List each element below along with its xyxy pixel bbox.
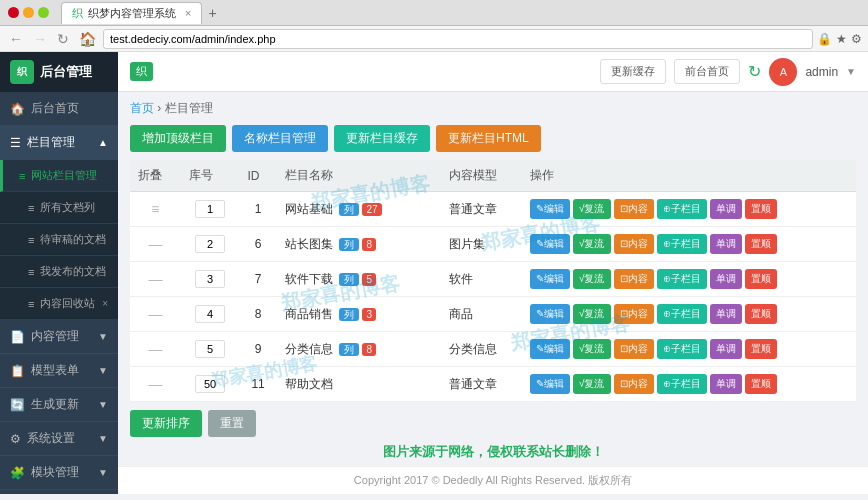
edit-btn[interactable]: ✎编辑 <box>530 199 570 219</box>
sidebar-item-website-columns[interactable]: ≡ 网站栏目管理 <box>0 160 118 192</box>
row-model: 软件 <box>441 262 522 297</box>
drag-handle[interactable]: — <box>130 332 181 367</box>
copy-btn[interactable]: √复流 <box>573 339 611 359</box>
sidebar-item-model[interactable]: 📋 模型表单 ▼ <box>0 354 118 388</box>
update-sort-btn[interactable]: 更新排序 <box>130 410 202 437</box>
solo-btn[interactable]: 单调 <box>710 304 742 324</box>
manage-category-btn[interactable]: 名称栏目管理 <box>232 125 328 152</box>
row-model: 图片集 <box>441 227 522 262</box>
delete-btn[interactable]: 置顺 <box>745 199 777 219</box>
list-icon: ≡ <box>28 234 34 246</box>
order-input[interactable] <box>195 340 225 358</box>
browser-icon-2: ★ <box>836 32 847 46</box>
delete-btn[interactable]: 置顺 <box>745 339 777 359</box>
reset-btn[interactable]: 重置 <box>208 410 256 437</box>
new-tab-btn[interactable]: + <box>208 5 216 21</box>
sub-column-btn[interactable]: ⊕子栏目 <box>657 269 707 289</box>
edit-btn[interactable]: ✎编辑 <box>530 339 570 359</box>
content-btn[interactable]: ⊡内容 <box>614 339 654 359</box>
back-btn[interactable]: ← <box>6 31 26 47</box>
delete-btn[interactable]: 置顺 <box>745 269 777 289</box>
address-bar[interactable] <box>103 29 813 49</box>
sidebar-item-columns[interactable]: ☰ 栏目管理 ▲ <box>0 126 118 160</box>
copy-btn[interactable]: √复流 <box>573 234 611 254</box>
row-name: 商品销售 列 3 <box>277 297 421 332</box>
copy-btn[interactable]: √复流 <box>573 304 611 324</box>
top-bar-left: 织 <box>130 62 153 81</box>
delete-btn[interactable]: 置顺 <box>745 374 777 394</box>
dropdown-icon[interactable]: ▼ <box>846 66 856 77</box>
sidebar-logo: 织 后台管理 <box>0 52 118 92</box>
sub-column-btn[interactable]: ⊕子栏目 <box>657 199 707 219</box>
sub-column-btn[interactable]: ⊕子栏目 <box>657 339 707 359</box>
edit-btn[interactable]: ✎编辑 <box>530 304 570 324</box>
home-browser-btn[interactable]: 🏠 <box>76 31 99 47</box>
drag-handle[interactable]: — <box>130 297 181 332</box>
sidebar-item-label: 我发布的文档 <box>40 264 106 279</box>
order-input[interactable] <box>195 305 225 323</box>
add-top-category-btn[interactable]: 增加顶级栏目 <box>130 125 226 152</box>
copy-btn[interactable]: √复流 <box>573 374 611 394</box>
refresh-icon[interactable]: ↻ <box>748 62 761 81</box>
frontend-home-btn[interactable]: 前台首页 <box>674 59 740 84</box>
row-order <box>181 297 240 332</box>
sidebar-item-plugins[interactable]: 🔌 辅助插件 ▼ <box>0 490 118 494</box>
order-input[interactable] <box>195 375 225 393</box>
sidebar-item-recycle[interactable]: ≡ 内容回收站 × <box>0 288 118 320</box>
copy-btn[interactable]: √复流 <box>573 269 611 289</box>
drag-handle[interactable]: — <box>130 227 181 262</box>
sidebar-item-modules[interactable]: 🧩 模块管理 ▼ <box>0 456 118 490</box>
edit-btn[interactable]: ✎编辑 <box>530 374 570 394</box>
sidebar-item-all-docs[interactable]: ≡ 所有文档列 <box>0 192 118 224</box>
close-icon[interactable]: × <box>102 298 108 309</box>
list-icon: ≡ <box>19 170 25 182</box>
content-btn[interactable]: ⊡内容 <box>614 234 654 254</box>
update-cache-btn[interactable]: 更新缓存 <box>600 59 666 84</box>
order-input[interactable] <box>195 270 225 288</box>
page-content: 首页 › 栏目管理 增加顶级栏目 名称栏目管理 更新栏目缓存 更新栏目HTML … <box>118 92 868 466</box>
tab-close[interactable]: × <box>185 7 191 19</box>
sidebar-item-label: 后台首页 <box>31 100 79 117</box>
sidebar-item-generate[interactable]: 🔄 生成更新 ▼ <box>0 388 118 422</box>
forward-btn[interactable]: → <box>30 31 50 47</box>
sub-column-btn[interactable]: ⊕子栏目 <box>657 374 707 394</box>
solo-btn[interactable]: 单调 <box>710 234 742 254</box>
columns-icon: ☰ <box>10 136 21 150</box>
edit-btn[interactable]: ✎编辑 <box>530 234 570 254</box>
sidebar-item-pending-docs[interactable]: ≡ 待审稿的文档 <box>0 224 118 256</box>
sidebar-item-my-docs[interactable]: ≡ 我发布的文档 <box>0 256 118 288</box>
content-btn[interactable]: ⊡内容 <box>614 269 654 289</box>
delete-btn[interactable]: 置顺 <box>745 304 777 324</box>
solo-btn[interactable]: 单调 <box>710 269 742 289</box>
solo-btn[interactable]: 单调 <box>710 339 742 359</box>
row-order <box>181 367 240 402</box>
solo-btn[interactable]: 单调 <box>710 199 742 219</box>
edit-btn[interactable]: ✎编辑 <box>530 269 570 289</box>
content-btn[interactable]: ⊡内容 <box>614 374 654 394</box>
reload-btn[interactable]: ↻ <box>54 31 72 47</box>
copy-btn[interactable]: √复流 <box>573 199 611 219</box>
drag-handle[interactable]: — <box>130 262 181 297</box>
sidebar-item-settings[interactable]: ⚙ 系统设置 ▼ <box>0 422 118 456</box>
sidebar-item-home[interactable]: 🏠 后台首页 <box>0 92 118 126</box>
sub-column-btn[interactable]: ⊕子栏目 <box>657 234 707 254</box>
arrow-icon: ▲ <box>98 137 108 148</box>
drag-handle[interactable]: ≡ <box>130 192 181 227</box>
sidebar-item-content[interactable]: 📄 内容管理 ▼ <box>0 320 118 354</box>
row-id: 7 <box>239 262 276 297</box>
sub-column-btn[interactable]: ⊕子栏目 <box>657 304 707 324</box>
order-input[interactable] <box>195 235 225 253</box>
update-cache-btn2[interactable]: 更新栏目缓存 <box>334 125 430 152</box>
content-btn[interactable]: ⊡内容 <box>614 199 654 219</box>
arrow-icon: ▼ <box>98 365 108 376</box>
update-html-btn[interactable]: 更新栏目HTML <box>436 125 541 152</box>
row-actions: ✎编辑 √复流 ⊡内容 ⊕子栏目 单调 置顺 <box>522 227 856 262</box>
breadcrumb-home[interactable]: 首页 <box>130 101 154 115</box>
avatar: A <box>769 58 797 86</box>
content-btn[interactable]: ⊡内容 <box>614 304 654 324</box>
drag-handle[interactable]: — <box>130 367 181 402</box>
solo-btn[interactable]: 单调 <box>710 374 742 394</box>
order-input[interactable] <box>195 200 225 218</box>
row-empty <box>420 262 440 297</box>
delete-btn[interactable]: 置顺 <box>745 234 777 254</box>
